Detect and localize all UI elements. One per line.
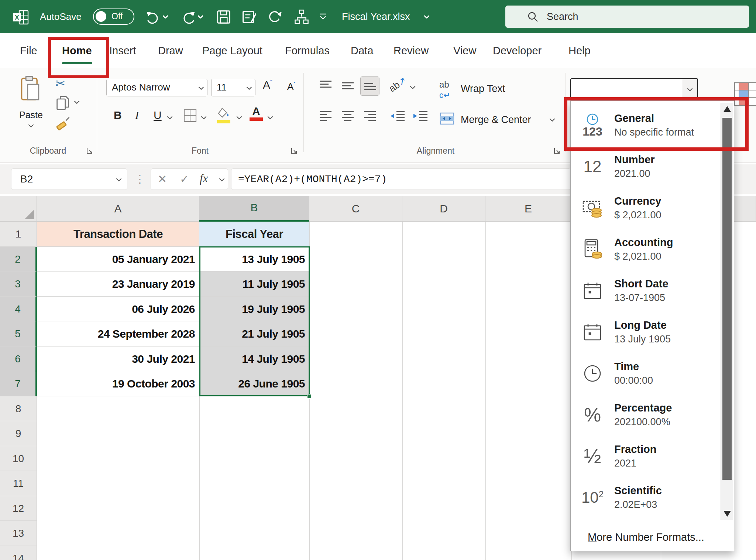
wrap-text-icon[interactable]: abc↵ bbox=[439, 79, 450, 100]
underline-menu-chevron[interactable] bbox=[167, 116, 173, 119]
font-color-icon[interactable]: A bbox=[250, 106, 263, 121]
row-header-13[interactable]: 13 bbox=[0, 521, 37, 546]
copy-icon[interactable] bbox=[55, 95, 71, 111]
cell-a2[interactable]: 05 January 2021 bbox=[37, 247, 199, 272]
align-center-icon[interactable] bbox=[340, 110, 355, 126]
cell-b1[interactable]: Fiscal Year bbox=[199, 222, 309, 247]
paste-label[interactable]: Paste bbox=[16, 110, 46, 120]
merge-center-icon[interactable] bbox=[439, 112, 455, 125]
tab-file[interactable]: File bbox=[20, 33, 37, 68]
conditional-formatting-icon[interactable] bbox=[734, 82, 756, 113]
copy-menu-chevron[interactable] bbox=[74, 100, 80, 104]
autosave-toggle[interactable]: Off bbox=[93, 8, 134, 25]
name-box[interactable]: B2 bbox=[11, 168, 127, 190]
alignment-dialog-launcher-icon[interactable] bbox=[553, 147, 561, 155]
org-chart-icon[interactable] bbox=[294, 9, 309, 25]
align-middle-icon[interactable] bbox=[340, 81, 355, 95]
column-header-e[interactable]: E bbox=[485, 196, 571, 222]
row-header-14[interactable]: 14 bbox=[0, 546, 37, 560]
redo-menu-chevron[interactable] bbox=[197, 15, 203, 18]
format-option-fraction[interactable]: ½ Fraction 2021 bbox=[571, 436, 718, 477]
save-as-icon[interactable] bbox=[242, 9, 257, 25]
paste-icon[interactable] bbox=[20, 76, 42, 102]
font-size-select[interactable]: 11 bbox=[211, 79, 255, 96]
font-color-menu-chevron[interactable] bbox=[267, 116, 273, 119]
italic-button[interactable]: I bbox=[135, 109, 139, 122]
align-top-icon[interactable] bbox=[318, 79, 333, 93]
tab-page-layout[interactable]: Page Layout bbox=[202, 33, 262, 68]
cell-a5[interactable]: 24 September 2028 bbox=[37, 321, 199, 346]
format-option-time[interactable]: Time 00:00:00 bbox=[571, 353, 718, 394]
scroll-down-icon[interactable] bbox=[724, 511, 731, 517]
row-header-9[interactable]: 9 bbox=[0, 421, 37, 446]
column-header-b[interactable]: B bbox=[199, 196, 309, 222]
row-header-3[interactable]: 3 bbox=[0, 272, 37, 297]
format-option-number[interactable]: 12 Number 2021.00 bbox=[571, 146, 718, 187]
cut-icon[interactable]: ✂ bbox=[55, 76, 65, 91]
clipboard-dialog-launcher-icon[interactable] bbox=[86, 147, 94, 155]
repeat-icon[interactable] bbox=[268, 9, 282, 24]
cell-a3[interactable]: 23 January 2019 bbox=[37, 272, 199, 297]
decrease-indent-icon[interactable] bbox=[390, 110, 406, 126]
tab-view[interactable]: View bbox=[453, 33, 476, 68]
fill-color-menu-chevron[interactable] bbox=[236, 116, 242, 119]
row-header-4[interactable]: 4 bbox=[0, 297, 37, 322]
cell-b2[interactable]: 13 July 1905 bbox=[199, 247, 309, 272]
tab-help[interactable]: Help bbox=[568, 33, 591, 68]
cell-a4[interactable]: 06 July 2026 bbox=[37, 297, 199, 322]
redo-icon[interactable] bbox=[181, 9, 196, 24]
borders-menu-chevron[interactable] bbox=[201, 116, 207, 119]
row-header-10[interactable]: 10 bbox=[0, 446, 37, 471]
cell-b3[interactable]: 11 July 1905 bbox=[199, 272, 309, 297]
row-header-12[interactable]: 12 bbox=[0, 496, 37, 521]
number-format-select[interactable] bbox=[570, 78, 698, 100]
scrollbar-thumb[interactable] bbox=[722, 118, 732, 480]
fx-icon[interactable]: fx bbox=[200, 172, 208, 185]
align-left-icon[interactable] bbox=[318, 110, 333, 126]
format-option-short-date[interactable]: Short Date 13-07-1905 bbox=[571, 270, 718, 311]
cell-a6[interactable]: 30 July 2021 bbox=[37, 346, 199, 372]
tab-formulas[interactable]: Formulas bbox=[285, 33, 330, 68]
format-painter-icon[interactable] bbox=[55, 115, 72, 131]
align-bottom-icon[interactable] bbox=[360, 76, 379, 96]
bold-button[interactable]: B bbox=[114, 109, 122, 122]
tab-data[interactable]: Data bbox=[351, 33, 373, 68]
scroll-up-icon[interactable] bbox=[724, 106, 731, 112]
format-option-long-date[interactable]: Long Date 13 July 1905 bbox=[571, 311, 718, 353]
row-header-8[interactable]: 8 bbox=[0, 396, 37, 421]
more-number-formats[interactable]: More Number Formats... bbox=[571, 526, 721, 549]
cell-a7[interactable]: 19 October 2003 bbox=[37, 371, 199, 396]
row-header-11[interactable]: 11 bbox=[0, 471, 37, 496]
font-dialog-launcher-icon[interactable] bbox=[290, 147, 298, 155]
number-format-chevron[interactable] bbox=[682, 79, 697, 99]
fill-color-icon[interactable] bbox=[217, 107, 232, 123]
fx-chevron[interactable] bbox=[219, 178, 225, 181]
row-header-6[interactable]: 6 bbox=[0, 346, 37, 372]
row-header-7[interactable]: 7 bbox=[0, 371, 37, 396]
column-header-a[interactable]: A bbox=[37, 196, 199, 222]
select-all-corner[interactable] bbox=[0, 196, 37, 222]
enter-icon[interactable]: ✓ bbox=[180, 173, 189, 185]
tab-developer[interactable]: Developer bbox=[493, 33, 542, 68]
increase-font-size-icon[interactable]: Aˆ bbox=[263, 79, 272, 91]
undo-menu-chevron[interactable] bbox=[162, 15, 168, 18]
merge-center-label[interactable]: Merge & Center bbox=[461, 114, 531, 126]
wrap-text-label[interactable]: Wrap Text bbox=[461, 83, 505, 95]
tab-review[interactable]: Review bbox=[394, 33, 429, 68]
save-icon[interactable] bbox=[216, 9, 231, 25]
orientation-icon[interactable]: ab↗ bbox=[387, 74, 409, 94]
row-header-2[interactable]: 2 bbox=[0, 247, 37, 272]
quick-access-chevron-icon[interactable] bbox=[318, 13, 328, 21]
tab-draw[interactable]: Draw bbox=[158, 33, 183, 68]
cancel-icon[interactable]: ✕ bbox=[158, 173, 167, 185]
row-header-5[interactable]: 5 bbox=[0, 321, 37, 346]
align-right-icon[interactable] bbox=[362, 110, 377, 126]
borders-icon[interactable] bbox=[183, 108, 197, 123]
format-option-accounting[interactable]: Accounting $ 2,021.00 bbox=[571, 229, 718, 270]
search-input[interactable]: Search bbox=[505, 6, 749, 28]
underline-button[interactable]: U bbox=[154, 109, 162, 122]
format-option-scientific[interactable]: 102 Scientific 2.02E+03 bbox=[571, 477, 718, 518]
name-box-chevron[interactable] bbox=[116, 178, 122, 181]
title-chevron[interactable] bbox=[424, 15, 430, 18]
cell-b6[interactable]: 14 July 1905 bbox=[199, 346, 309, 372]
